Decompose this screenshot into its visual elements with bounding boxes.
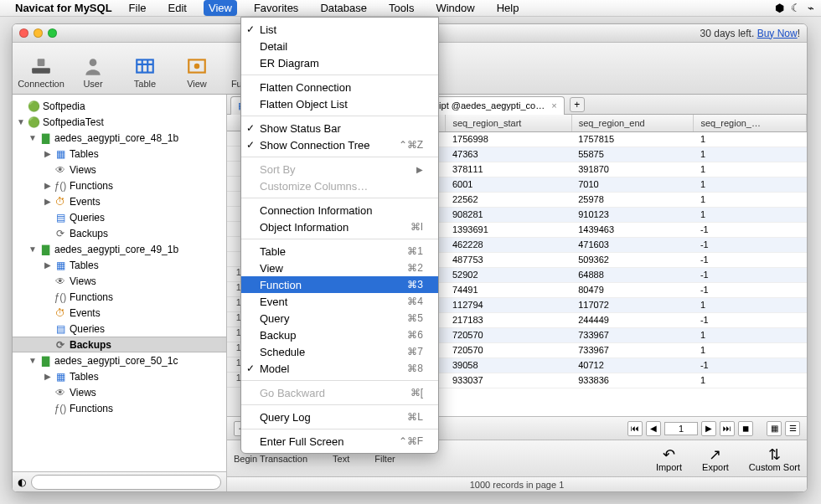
menu-item-show-status-bar[interactable]: Show Status Bar (241, 120, 438, 136)
tree-item[interactable]: 👁Views (13, 384, 226, 400)
prev-page-button[interactable]: ◀ (646, 421, 661, 436)
menu-tools[interactable]: Tools (384, 0, 419, 16)
last-page-button[interactable]: ⏭ (720, 421, 735, 436)
menu-item-model[interactable]: Model⌘8 (241, 360, 438, 377)
cell[interactable]: 1 (694, 327, 807, 342)
tree-item[interactable]: 🟢Softpedia (13, 98, 226, 114)
menu-item-list[interactable]: List (241, 21, 438, 38)
cell[interactable]: 217183 (446, 312, 571, 327)
close-icon[interactable] (19, 28, 28, 38)
app-name[interactable]: Navicat for MySQL (15, 2, 112, 14)
export-button[interactable]: ↗Export (702, 445, 729, 472)
cell[interactable]: 25978 (571, 192, 694, 207)
next-page-button[interactable]: ▶ (701, 421, 716, 436)
cell[interactable]: 933836 (571, 373, 694, 388)
cell[interactable]: 244449 (571, 312, 694, 327)
tree-item[interactable]: ⟳Backups (13, 225, 226, 241)
menu-help[interactable]: Help (492, 0, 524, 16)
disclosure-icon[interactable]: ▶ (43, 181, 53, 190)
cell[interactable]: 1 (694, 177, 807, 192)
menu-item-backup[interactable]: Backup⌘6 (241, 327, 438, 343)
action-begin-transaction[interactable]: Begin Transaction (234, 454, 307, 464)
cell[interactable]: 80479 (571, 282, 694, 297)
cell[interactable]: -1 (694, 357, 807, 373)
cell[interactable]: -1 (694, 222, 807, 237)
form-view-icon[interactable]: ☰ (785, 421, 800, 436)
disclosure-icon[interactable]: ▼ (28, 356, 38, 365)
toolbar-user-button[interactable]: User (73, 54, 113, 89)
cell[interactable]: 933037 (446, 373, 571, 388)
cell[interactable]: 1 (694, 147, 807, 162)
tree-item[interactable]: 👁Views (13, 162, 226, 177)
disclosure-icon[interactable]: ▶ (43, 197, 53, 206)
tray-icon[interactable]: ⌁ (808, 2, 814, 14)
tree-item[interactable]: ▼▇aedes_aegypti_core_49_1b (13, 241, 226, 257)
menu-database[interactable]: Database (315, 0, 372, 16)
cell[interactable]: 720570 (446, 342, 571, 357)
toolbar-view-button[interactable]: View (177, 54, 217, 89)
cell[interactable]: 74491 (446, 282, 571, 297)
cell[interactable]: 509362 (571, 252, 694, 267)
cell[interactable]: 39058 (446, 357, 571, 373)
tree-item[interactable]: ▶▦Tables (13, 146, 226, 162)
cell[interactable]: 1757815 (571, 131, 694, 147)
add-tab-button[interactable]: + (570, 97, 585, 112)
first-page-button[interactable]: ⏮ (627, 421, 643, 436)
menu-item-connection-information[interactable]: Connection Information (241, 202, 438, 219)
tree-item[interactable]: ▤Queries (13, 209, 226, 225)
cell[interactable]: 22562 (446, 192, 571, 207)
cell[interactable]: 40712 (571, 357, 694, 373)
menu-item-flatten-connection[interactable]: Flatten Connection (241, 79, 438, 95)
menu-item-object-information[interactable]: Object Information⌘I (241, 219, 438, 235)
menu-item-show-connection-tree[interactable]: Show Connection Tree⌃⌘Z (241, 136, 438, 153)
cell[interactable]: -1 (694, 267, 807, 282)
cell[interactable]: 6001 (446, 177, 571, 192)
tree-item[interactable]: ▶▦Tables (13, 257, 226, 273)
cell[interactable]: 117072 (571, 297, 694, 312)
disclosure-icon[interactable]: ▼ (16, 117, 26, 126)
tree-item[interactable]: ▶ƒ()Functions (13, 177, 226, 193)
cell[interactable]: 1439463 (571, 222, 694, 237)
cell[interactable]: 733967 (571, 327, 694, 342)
menu-item-query-log[interactable]: Query Log⌘L (241, 409, 438, 425)
cell[interactable]: 47363 (446, 147, 571, 162)
tree-item[interactable]: ƒ()Functions (13, 400, 226, 416)
menu-item-view[interactable]: View⌘2 (241, 260, 438, 276)
disclosure-icon[interactable]: ▶ (43, 149, 53, 158)
cell[interactable]: -1 (694, 282, 807, 297)
toolbar-connection-button[interactable]: Connection (21, 54, 61, 89)
import-button[interactable]: ↶Import (656, 445, 682, 472)
tree-item[interactable]: 👁Views (13, 273, 226, 289)
menu-item-er-diagram[interactable]: ER Diagram (241, 54, 438, 71)
menu-file[interactable]: File (124, 0, 152, 16)
menu-edit[interactable]: Edit (163, 0, 192, 16)
cell[interactable]: 1 (694, 297, 807, 312)
cell[interactable]: 391870 (571, 162, 694, 177)
cell[interactable]: -1 (694, 252, 807, 267)
column-header[interactable]: seq_region_start (446, 115, 571, 131)
menu-item-event[interactable]: Event⌘4 (241, 293, 438, 310)
tree-item[interactable]: ▤Queries (13, 321, 226, 337)
tree-item[interactable]: ▼▇aedes_aegypti_core_48_1b (13, 130, 226, 146)
close-tab-icon[interactable]: × (551, 100, 556, 111)
menu-item-detail[interactable]: Detail (241, 38, 438, 54)
cell[interactable]: 720570 (446, 327, 571, 342)
tree-item[interactable]: ▼▇aedes_aegypti_core_50_1c (13, 352, 226, 368)
column-header[interactable]: seq_region_end (571, 115, 694, 131)
tree-item[interactable]: ƒ()Functions (13, 289, 226, 305)
cell[interactable]: 112794 (446, 297, 571, 312)
cell[interactable]: -1 (694, 312, 807, 327)
tree-item[interactable]: ⟳Backups (13, 337, 226, 352)
cell[interactable]: 1 (694, 373, 807, 388)
menu-item-enter-full-screen[interactable]: Enter Full Screen⌃⌘F (241, 433, 438, 450)
cell[interactable]: 7010 (571, 177, 694, 192)
disclosure-icon[interactable]: ▶ (43, 372, 53, 381)
cell[interactable]: 910123 (571, 207, 694, 222)
action-filter[interactable]: Filter (374, 454, 395, 464)
minimize-icon[interactable] (34, 28, 43, 38)
cell[interactable]: 733967 (571, 342, 694, 357)
cell[interactable]: 64888 (571, 267, 694, 282)
column-header[interactable]: seq_region_… (694, 115, 807, 131)
tray-icon[interactable]: ⬢ (775, 2, 784, 14)
cell[interactable]: 378111 (446, 162, 571, 177)
